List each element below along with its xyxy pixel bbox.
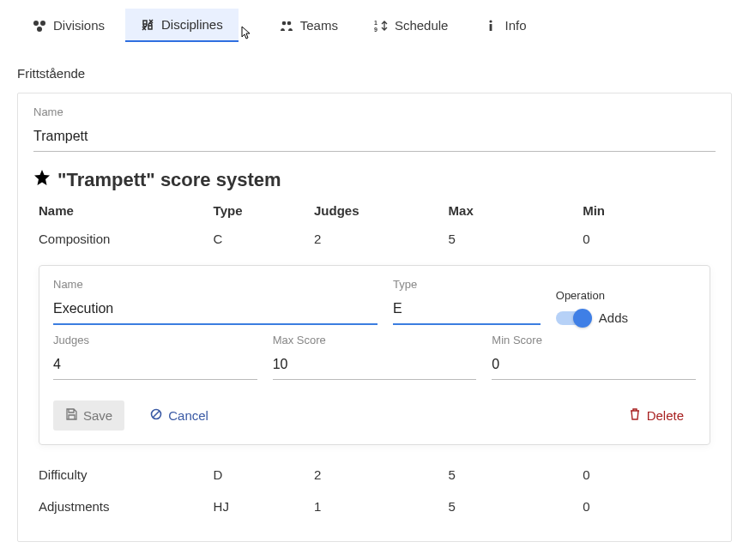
info-icon (484, 19, 498, 33)
cursor-icon (237, 26, 252, 45)
score-system-title-text: "Trampett" score system (57, 169, 281, 191)
tab-label: Teams (300, 18, 338, 33)
ban-icon (150, 408, 162, 423)
editor-type-input[interactable] (393, 296, 541, 325)
tab-label: Disciplines (161, 17, 223, 32)
col-type: Type (214, 203, 314, 218)
score-table-header: Name Type Judges Max Min (33, 198, 716, 223)
editor-max-label: Max Score (273, 334, 477, 346)
discipline-name-input[interactable] (33, 123, 716, 152)
cancel-label: Cancel (168, 408, 208, 423)
name-label: Name (33, 105, 716, 118)
editor-name-input[interactable] (53, 296, 378, 325)
svg-point-1 (40, 21, 45, 26)
editor-min-input[interactable] (492, 352, 696, 380)
col-judges: Judges (314, 203, 449, 218)
cell-max: 5 (449, 232, 583, 246)
cell-type: D (214, 467, 314, 482)
cell-min: 0 (583, 232, 710, 246)
cell-judges: 2 (314, 467, 449, 482)
cell-max: 5 (449, 499, 583, 514)
save-button[interactable]: Save (53, 400, 124, 431)
cell-name: Difficulty (39, 467, 214, 482)
score-system-title: "Trampett" score system (33, 169, 716, 191)
tab-divisions[interactable]: Divisions (17, 9, 120, 41)
delete-button[interactable]: Delete (617, 400, 696, 431)
cell-name: Adjustments (39, 499, 214, 514)
tab-label: Info (504, 18, 526, 33)
cancel-button[interactable]: Cancel (138, 400, 220, 431)
section-frittstaende[interactable]: Frittstående (17, 66, 732, 81)
table-row[interactable]: Adjustments HJ 1 5 0 (33, 491, 716, 522)
save-icon (65, 408, 77, 423)
svg-text:9: 9 (374, 27, 378, 33)
teams-icon (280, 19, 293, 33)
editor-min-label: Min Score (492, 334, 696, 346)
schedule-icon: 19 (374, 19, 388, 33)
svg-line-10 (153, 411, 160, 418)
cell-judges: 1 (314, 499, 449, 514)
svg-point-2 (37, 27, 42, 32)
discipline-card: Name "Trampett" score system Name Type J… (17, 93, 732, 542)
tab-info[interactable]: Info (468, 9, 541, 41)
tab-teams[interactable]: Teams (264, 9, 353, 41)
disciplines-icon (141, 18, 154, 32)
svg-point-7 (490, 20, 492, 22)
divisions-icon (33, 19, 46, 33)
cell-min: 0 (583, 499, 710, 514)
svg-point-3 (281, 21, 286, 25)
col-name: Name (39, 203, 214, 218)
editor-max-input[interactable] (273, 352, 477, 380)
trash-icon (629, 408, 641, 423)
svg-point-4 (287, 21, 291, 25)
cell-min: 0 (583, 467, 710, 482)
editor-judges-label: Judges (53, 334, 257, 346)
svg-text:1: 1 (374, 20, 378, 26)
svg-point-0 (33, 21, 39, 26)
cell-type: C (214, 232, 314, 246)
table-row[interactable]: Difficulty D 2 5 0 (33, 459, 716, 491)
operation-value: Adds (599, 310, 628, 325)
cell-name: Composition (39, 232, 214, 246)
editor-type-label: Type (393, 278, 541, 291)
tab-disciplines[interactable]: Disciplines (125, 9, 239, 42)
score-row-editor: Name Type Operation Adds Judges Max (39, 265, 710, 445)
star-icon (33, 169, 51, 191)
svg-rect-8 (490, 24, 492, 31)
save-label: Save (83, 408, 112, 423)
tab-label: Schedule (395, 18, 449, 33)
editor-name-label: Name (53, 278, 378, 291)
tab-label: Divisions (53, 18, 105, 33)
editor-judges-input[interactable] (53, 352, 257, 380)
main-tabs: Divisions Disciplines Teams 19 Schedule … (17, 9, 732, 42)
cell-max: 5 (449, 467, 583, 482)
tab-schedule[interactable]: 19 Schedule (359, 9, 464, 41)
delete-label: Delete (647, 408, 684, 423)
editor-operation-label: Operation (556, 289, 605, 302)
table-row[interactable]: Composition C 2 5 0 (33, 223, 716, 255)
cell-judges: 2 (314, 232, 449, 246)
operation-toggle[interactable] (556, 311, 590, 325)
col-max: Max (449, 203, 583, 218)
cell-type: HJ (214, 499, 314, 514)
col-min: Min (583, 203, 710, 218)
